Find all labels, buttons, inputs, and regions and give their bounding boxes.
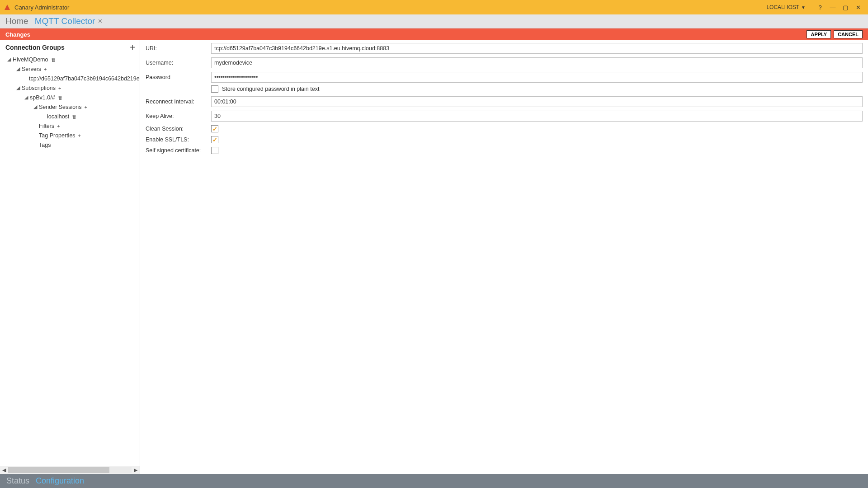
breadcrumb: Home MQTT Collector × [0,14,868,28]
sidebar-h-scrollbar[interactable]: ◀ ▶ [0,466,140,474]
password-label: Password [146,74,211,80]
svg-marker-0 [5,5,10,10]
tree-servers[interactable]: ◢ Servers + [0,64,140,74]
password-input[interactable] [211,72,863,83]
close-icon[interactable]: ✕ [852,3,864,12]
clean-session-checkbox[interactable]: ✓ [211,125,218,132]
delete-icon[interactable]: 🗑 [51,57,56,62]
store-plain-label: Store configured password in plain text [222,86,319,92]
add-icon[interactable]: + [78,133,81,138]
scroll-thumb[interactable] [8,467,109,473]
cancel-button[interactable]: CANCEL [834,30,863,38]
tree-tag-properties[interactable]: Tag Properties + [0,131,140,140]
tree-session-host-label[interactable]: localhost [47,113,69,120]
enable-ssl-checkbox[interactable]: ✓ [211,136,218,143]
tree-server-item[interactable]: tcp://d65129af7ba047c3b9194c6642bd219e.s… [0,74,140,83]
add-icon[interactable]: + [57,123,60,129]
tree-servers-label[interactable]: Servers [22,66,41,72]
reconnect-input[interactable] [211,96,863,107]
changes-label: Changes [5,31,30,38]
keepalive-label: Keep Alive: [146,113,211,119]
connection-tree: ◢ HiveMQDemo 🗑 ◢ Servers + tcp://d65129a… [0,54,140,466]
apply-button[interactable]: APPLY [807,30,831,38]
store-plain-checkbox[interactable] [211,85,218,93]
title-bar: Canary Administrator LOCALHOST ▼ ? — ▢ ✕ [0,0,868,14]
uri-input[interactable] [211,43,863,54]
self-signed-label: Self signed certificate: [146,147,211,154]
tree-tags[interactable]: Tags [0,140,140,150]
add-group-icon[interactable]: + [130,43,135,52]
scroll-right-icon[interactable]: ▶ [132,466,140,474]
tree-filters-label[interactable]: Filters [39,123,54,129]
tree-subscriptions[interactable]: ◢ Subscriptions + [0,83,140,93]
clean-session-label: Clean Session: [146,126,211,132]
tab-close-icon[interactable]: × [98,17,102,26]
footer-tabs: Status Configuration [0,474,868,488]
tree-group[interactable]: ◢ HiveMQDemo 🗑 [0,55,140,64]
minimize-icon[interactable]: — [826,3,839,12]
maximize-icon[interactable]: ▢ [839,3,852,12]
sidebar-header: Connection Groups + [0,40,140,54]
tree-sender-sessions[interactable]: ◢ Sender Sessions + [0,102,140,112]
footer-status-tab[interactable]: Status [6,476,29,486]
scroll-track[interactable] [8,467,132,473]
host-selector-label[interactable]: LOCALHOST [766,4,799,10]
changes-bar: Changes APPLY CANCEL [0,28,868,40]
expander-icon[interactable]: ◢ [6,56,12,62]
username-input[interactable] [211,57,863,68]
footer-configuration-tab[interactable]: Configuration [36,476,84,486]
add-icon[interactable]: + [44,66,47,72]
window-title: Canary Administrator [14,4,69,11]
tree-topic-label[interactable]: spBv1.0/# [30,94,55,101]
sidebar: Connection Groups + ◢ HiveMQDemo 🗑 ◢ Ser… [0,40,140,474]
delete-icon[interactable]: 🗑 [72,114,77,119]
expander-icon[interactable]: ◢ [24,94,29,100]
breadcrumb-current[interactable]: MQTT Collector [35,16,95,26]
connection-form: URI: Username: Password Store configured… [140,40,868,474]
enable-ssl-label: Enable SSL/TLS: [146,136,211,143]
tree-server-uri[interactable]: tcp://d65129af7ba047c3b9194c6642bd219e.s… [29,75,140,82]
tree-group-label[interactable]: HiveMQDemo [13,56,48,63]
dropdown-icon[interactable]: ▼ [801,5,806,10]
tree-tags-label[interactable]: Tags [39,142,51,148]
tree-session-host[interactable]: localhost 🗑 [0,112,140,121]
tree-sender-sessions-label[interactable]: Sender Sessions [39,104,82,110]
keepalive-input[interactable] [211,111,863,122]
self-signed-checkbox[interactable] [211,147,218,154]
app-icon [4,4,11,11]
uri-label: URI: [146,45,211,52]
delete-icon[interactable]: 🗑 [58,95,63,100]
help-icon[interactable]: ? [814,3,826,12]
add-icon[interactable]: + [58,85,61,91]
tree-subscriptions-label[interactable]: Subscriptions [22,85,56,91]
expander-icon[interactable]: ◢ [15,66,21,72]
tree-tag-properties-label[interactable]: Tag Properties [39,132,75,139]
tree-topic[interactable]: ◢ spBv1.0/# 🗑 [0,93,140,102]
breadcrumb-home[interactable]: Home [5,16,28,26]
tree-filters[interactable]: Filters + [0,121,140,131]
add-icon[interactable]: + [85,104,87,110]
expander-icon[interactable]: ◢ [33,104,38,110]
username-label: Username: [146,60,211,66]
expander-icon[interactable]: ◢ [15,85,21,91]
sidebar-title: Connection Groups [5,44,65,51]
reconnect-label: Reconnect Interval: [146,99,211,105]
scroll-left-icon[interactable]: ◀ [0,466,8,474]
